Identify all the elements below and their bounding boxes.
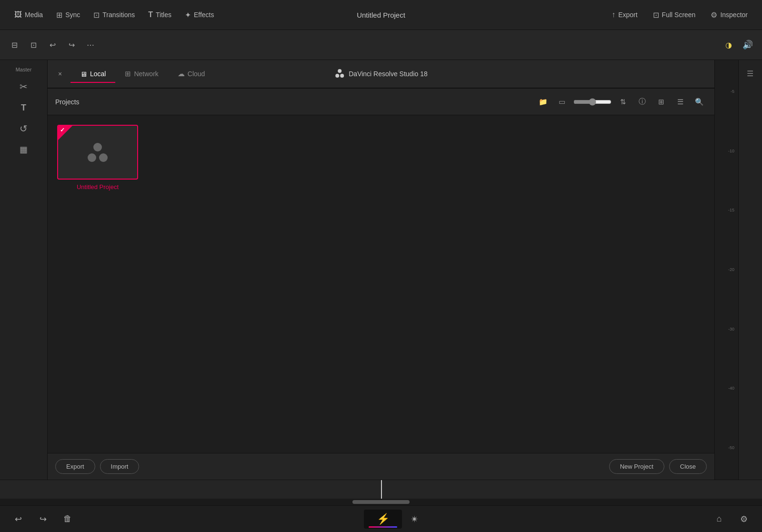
- panel-header: × 🖥 Local ⊞ Network ☁ Cloud DaVinc: [48, 60, 714, 89]
- display-btn[interactable]: ▭: [554, 94, 570, 110]
- audio-scale-neg20: -20: [728, 268, 734, 272]
- toolbar-undo[interactable]: ↩: [44, 36, 61, 53]
- menu-fullscreen[interactable]: ⊡ Full Screen: [646, 8, 702, 22]
- timeline-area[interactable]: [0, 480, 762, 499]
- toolbar-color-wheel[interactable]: ◑: [720, 36, 737, 53]
- toolbar-redo[interactable]: ↪: [63, 36, 80, 53]
- svg-point-2: [340, 74, 344, 78]
- tab-cloud[interactable]: ☁ Cloud: [168, 66, 215, 83]
- audio-meter-sidebar: -5 -10 -15 -20 -30 -40 -50: [714, 60, 738, 480]
- panel-footer: Export Import New Project Close: [48, 453, 714, 480]
- toolbar-viewer-toggle[interactable]: ⊡: [25, 36, 42, 53]
- nav-left: ↩ ↪ 🗑: [10, 511, 76, 528]
- toolbar-more[interactable]: ⋯: [82, 36, 99, 53]
- sort-btn[interactable]: ⇅: [615, 94, 631, 110]
- sync-icon: ⊞: [56, 10, 62, 20]
- footer-import-button[interactable]: Import: [100, 459, 140, 474]
- project-logo: [88, 143, 108, 162]
- tool-rotate[interactable]: ↺: [7, 119, 41, 138]
- top-menubar: 🖼 Media ⊞ Sync ⊡ Transitions T Titles ✦ …: [0, 0, 762, 30]
- footer-export-button[interactable]: Export: [55, 459, 95, 474]
- new-folder-btn[interactable]: 📁: [535, 94, 551, 110]
- menu-fullscreen-label: Full Screen: [662, 11, 696, 19]
- project-name-untitled: Untitled Project: [77, 183, 119, 191]
- nav-right: ⌂ ⚙: [711, 511, 752, 528]
- bottom-bar: ↩ ↪ 🗑 ⚡ ✴ ⌂ ⚙: [0, 480, 762, 532]
- local-icon: 🖥: [80, 70, 87, 78]
- audio-scale-neg30: -30: [728, 327, 734, 331]
- toolbar-panel-toggle[interactable]: ⊟: [6, 36, 23, 53]
- tab-local-label: Local: [90, 70, 106, 78]
- tool-grid[interactable]: ▦: [7, 140, 41, 159]
- panel-close-button[interactable]: ×: [53, 67, 67, 80]
- tab-cloud-label: Cloud: [188, 70, 205, 78]
- tab-local[interactable]: 🖥 Local: [70, 66, 115, 83]
- toolbar-audio[interactable]: 🔊: [739, 36, 756, 53]
- cloud-icon: ☁: [178, 70, 185, 78]
- undo-button[interactable]: ↩: [10, 511, 27, 528]
- menu-transitions[interactable]: ⊡ Transitions: [87, 8, 141, 22]
- menu-right: ↑ Export ⊡ Full Screen ⚙ Inspector: [605, 8, 754, 22]
- audio-scale-neg50: -50: [728, 446, 734, 450]
- timeline-cursor: [381, 480, 382, 499]
- search-btn[interactable]: 🔍: [692, 94, 707, 110]
- tab-network-label: Network: [134, 70, 158, 78]
- menu-sync[interactable]: ⊞ Sync: [50, 8, 87, 22]
- player-accent: [369, 526, 397, 528]
- projects-title: Projects: [55, 98, 531, 106]
- tool-text[interactable]: T: [7, 98, 41, 117]
- menu-effects-label: Effects: [194, 11, 214, 19]
- menu-sync-label: Sync: [65, 11, 80, 19]
- svg-point-1: [335, 74, 339, 78]
- menu-media-label: Media: [25, 11, 43, 19]
- size-slider[interactable]: [573, 98, 612, 106]
- footer-new-project-button[interactable]: New Project: [609, 459, 664, 474]
- menu-effects[interactable]: ✦ Effects: [178, 8, 221, 22]
- audio-scale-neg10: -10: [728, 149, 734, 153]
- network-icon: ⊞: [125, 70, 131, 78]
- list-view-btn[interactable]: ☰: [672, 94, 688, 110]
- footer-close-button[interactable]: Close: [669, 459, 707, 474]
- horizontal-scrollbar[interactable]: [0, 499, 762, 505]
- project-manager: × 🖥 Local ⊞ Network ☁ Cloud DaVinc: [48, 60, 714, 480]
- project-card-untitled[interactable]: ✓: [57, 125, 138, 180]
- media-icon: 🖼: [14, 10, 22, 19]
- inspector-icon: ⚙: [711, 10, 717, 20]
- menu-inspector[interactable]: ⚙ Inspector: [704, 8, 754, 22]
- menu-titles-label: Titles: [156, 11, 171, 19]
- transitions-icon: ⊡: [93, 10, 100, 20]
- grid-view-btn[interactable]: ⊞: [653, 94, 669, 110]
- project-item-untitled[interactable]: ✓ Untitled Project: [57, 125, 138, 191]
- projects-grid: ✓ Untitled Project: [48, 115, 714, 453]
- audio-scale-neg15: -15: [728, 208, 734, 212]
- bottom-nav: ↩ ↪ 🗑 ⚡ ✴ ⌂ ⚙: [0, 505, 762, 532]
- delete-button[interactable]: 🗑: [59, 511, 76, 528]
- projects-toolbar: Projects 📁 ▭ ⇅ ⓘ ⊞ ☰ 🔍: [48, 89, 714, 115]
- menu-media[interactable]: 🖼 Media: [8, 8, 50, 22]
- home-button[interactable]: ⌂: [711, 511, 728, 528]
- fullscreen-icon: ⊡: [653, 10, 659, 20]
- tab-network[interactable]: ⊞ Network: [115, 66, 168, 83]
- second-toolbar: ⊟ ⊡ ↩ ↪ ⋯ ◑ 🔊: [0, 30, 762, 60]
- settings-button[interactable]: ⚙: [735, 511, 752, 528]
- render-btn[interactable]: ✴: [406, 511, 423, 528]
- hamburger-btn[interactable]: ☰: [741, 64, 760, 83]
- tool-scissors[interactable]: ✂: [7, 77, 41, 96]
- scrollbar-thumb[interactable]: [352, 500, 410, 504]
- menu-export-label: Export: [618, 11, 637, 19]
- info-btn[interactable]: ⓘ: [634, 94, 650, 110]
- left-sidebar: Master ✂ T ↺ ▦: [0, 60, 48, 480]
- menu-inspector-label: Inspector: [720, 11, 748, 19]
- audio-scale: -5 -10 -15 -20 -30 -40 -50: [717, 62, 736, 478]
- redo-button[interactable]: ↪: [34, 511, 51, 528]
- menu-titles[interactable]: T Titles: [141, 8, 178, 22]
- player-thumbnail[interactable]: ⚡: [364, 510, 402, 529]
- menu-transitions-label: Transitions: [102, 11, 135, 19]
- nav-center: ⚡ ✴: [364, 510, 423, 529]
- brand-name: DaVinci Resolve Studio 18: [349, 70, 428, 78]
- panel-brand: DaVinci Resolve Studio 18: [334, 69, 428, 79]
- inspector-sidebar: ☰: [738, 60, 762, 480]
- menu-export[interactable]: ↑ Export: [605, 8, 644, 22]
- player-icon: ⚡: [377, 513, 390, 525]
- titles-icon: T: [148, 10, 153, 19]
